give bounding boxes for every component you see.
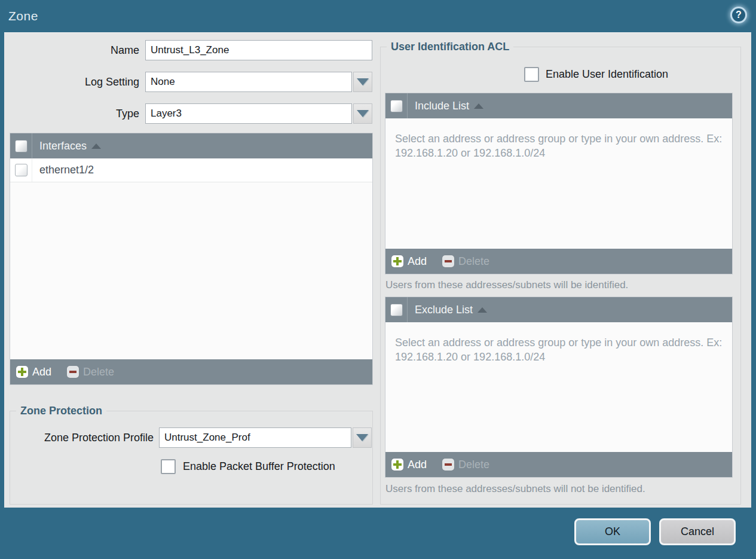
type-input[interactable] [145,103,352,124]
zone-dialog-panel: Name Log Setting Type Interfaces [4,32,751,508]
exclude-list-placeholder: Select an address or address group or ty… [385,322,732,365]
chevron-down-icon [357,78,369,85]
exclude-delete-button[interactable]: Delete [442,459,489,471]
include-list-placeholder: Select an address or address group or ty… [385,118,732,161]
interface-row-checkbox[interactable] [15,164,27,176]
chevron-down-icon [357,110,369,117]
include-list-header: Include List [385,93,732,118]
name-input[interactable] [145,40,372,60]
type-label: Type [4,103,139,124]
log-setting-label: Log Setting [4,72,139,92]
exclude-list-footer: Add Delete [385,452,732,477]
help-icon[interactable]: ? [730,7,747,23]
include-list-table: Include List Select an address or addres… [385,93,733,274]
exclude-add-button[interactable]: Add [391,459,427,471]
interfaces-table-footer: Add Delete [10,359,372,384]
interfaces-table-header: Interfaces [10,133,372,158]
exclude-select-all-checkbox[interactable] [390,304,403,316]
include-add-button[interactable]: Add [391,255,427,268]
exclude-list-body[interactable]: Select an address or address group or ty… [385,322,732,452]
user-identification-section: User Identification ACL Enable User Iden… [380,47,741,505]
chevron-down-icon [356,434,368,441]
include-delete-button[interactable]: Delete [442,255,489,268]
user-identification-legend: User Identification ACL [387,41,513,53]
exclude-list-caption: Users from these addresses/subnets will … [385,483,645,495]
include-list-caption: Users from these addresses/subnets will … [385,279,628,291]
help-icon-glyph: ? [736,10,742,20]
include-list-body[interactable]: Select an address or address group or ty… [385,118,732,249]
zone-protection-profile-label: Zone Protection Profile [10,427,154,448]
table-row[interactable]: ethernet1/2 [10,158,372,182]
plus-icon [16,366,28,378]
include-list-footer: Add Delete [385,249,732,274]
interfaces-delete-button[interactable]: Delete [67,366,114,378]
enable-user-identification-label: Enable User Identification [546,67,668,82]
zone-protection-profile-input[interactable] [159,427,351,448]
enable-user-identification-checkbox[interactable] [524,67,539,82]
sort-ascending-icon[interactable] [91,143,101,149]
minus-icon [442,255,454,267]
interfaces-add-button[interactable]: Add [16,366,51,378]
log-setting-input[interactable] [145,72,352,92]
exclude-list-header: Exclude List [385,297,732,322]
interface-name: ethernet1/2 [39,164,94,176]
plus-icon [391,459,403,471]
log-setting-dropdown-button[interactable] [353,72,372,92]
sort-ascending-icon[interactable] [474,103,483,109]
packet-buffer-protection-label: Enable Packet Buffer Protection [183,459,335,474]
zone-protection-legend: Zone Protection [16,405,106,417]
dialog-title: Zone [8,9,38,23]
zone-protection-profile-dropdown-button[interactable] [353,427,372,448]
exclude-list-column-header[interactable]: Exclude List [415,304,473,316]
exclude-list-table: Exclude List Select an address or addres… [385,297,733,478]
interfaces-column-header[interactable]: Interfaces [39,140,87,152]
zone-protection-section: Zone Protection Zone Protection Profile … [10,411,373,505]
cancel-button[interactable]: Cancel [659,518,736,545]
interfaces-table-body: ethernet1/2 [10,158,372,359]
plus-icon [391,255,403,267]
include-select-all-checkbox[interactable] [390,100,403,112]
interfaces-select-all-checkbox[interactable] [15,140,27,152]
name-label: Name [4,40,139,60]
include-list-column-header[interactable]: Include List [415,100,469,112]
type-dropdown-button[interactable] [353,103,372,124]
packet-buffer-protection-checkbox[interactable] [161,459,176,474]
sort-ascending-icon[interactable] [478,307,487,313]
interfaces-table: Interfaces ethernet1/2 Add Delete [10,133,373,385]
ok-button[interactable]: OK [574,518,651,545]
minus-icon [442,459,454,471]
minus-icon [67,366,79,378]
